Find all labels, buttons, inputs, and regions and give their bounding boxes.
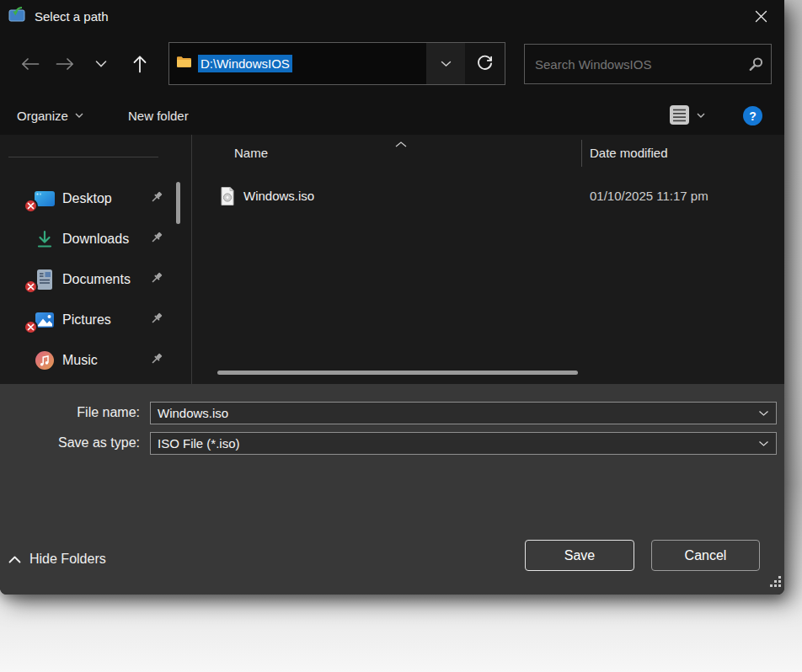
save-button[interactable]: Save [525,540,634,571]
navigation-bar: D:\WindowsIOS [0,32,784,96]
file-list: Name Date modified Windows.iso 01/10/202… [193,135,784,384]
sidebar-divider [8,157,158,157]
sync-error-badge [24,199,38,213]
help-icon: ? [749,109,757,123]
pin-icon[interactable] [150,312,163,328]
folder-icon [176,56,192,72]
sidebar-item-label: Desktop [62,191,112,206]
save-as-type-row: Save as type: ISO File (*.iso) [0,432,784,455]
chevron-down-icon [95,61,107,68]
hide-folders-label: Hide Folders [29,552,106,567]
search-icon [748,56,764,72]
pin-icon[interactable] [150,190,163,207]
back-nav-button[interactable] [20,57,40,72]
save-as-type-combo[interactable]: ISO File (*.iso) [150,432,777,455]
sidebar-item-label: Music [62,353,98,368]
column-header-name[interactable]: Name [234,146,268,160]
pin-icon[interactable] [150,352,163,369]
save-as-type-value[interactable]: ISO File (*.iso) [151,436,758,451]
sync-error-badge [24,280,38,294]
refresh-icon [475,54,495,73]
file-name-cell: Windows.iso [243,189,314,203]
file-name-combo[interactable]: Windows.iso [150,402,777,424]
desktop-icon [34,188,56,210]
chevron-down-icon[interactable] [758,410,776,417]
address-dropdown-button[interactable] [426,43,465,84]
search-input[interactable] [525,57,741,72]
command-bar: Organize New folder ? [0,96,784,135]
sync-error-badge [24,320,38,334]
sort-ascending-icon[interactable] [395,136,407,151]
sidebar-item-documents[interactable]: Documents [0,259,191,300]
sidebar-item-label: Pictures [62,312,111,328]
documents-icon [34,269,56,291]
chevron-down-icon [697,113,705,118]
navigation-sidebar: Desktop [0,135,192,384]
close-icon [755,10,767,23]
organize-label: Organize [17,109,68,123]
sidebar-item-label: Downloads [62,232,129,247]
sidebar-scrollbar[interactable] [176,182,180,224]
up-arrow-icon [132,56,147,73]
cancel-button[interactable]: Cancel [651,540,760,571]
sidebar-item-pictures[interactable]: Pictures [0,300,191,340]
pin-icon[interactable] [150,271,163,288]
recent-locations-button[interactable] [95,61,107,68]
chevron-down-icon[interactable] [758,440,776,447]
save-options-panel: File name: Windows.iso Save as type: ISO… [0,384,784,595]
column-separator[interactable] [581,140,582,167]
horizontal-scrollbar[interactable] [217,371,578,375]
organize-menu-button[interactable]: Organize [17,96,83,135]
column-header-date-modified[interactable]: Date modified [590,146,668,160]
change-view-button[interactable] [669,104,705,125]
file-name-value[interactable]: Windows.iso [151,406,758,420]
chevron-down-icon [75,113,83,118]
details-view-icon [669,104,690,125]
forward-icon [56,57,75,72]
title-bar: Select a path [0,0,784,32]
save-dialog: Select a path [0,0,784,595]
music-icon [34,349,56,371]
search-button[interactable] [741,56,771,72]
new-folder-button[interactable]: New folder [128,96,189,135]
pictures-icon [34,309,56,331]
file-row-windows-iso[interactable]: Windows.iso 01/10/2025 11:17 pm [193,180,784,212]
file-name-label: File name: [0,405,140,420]
address-bar: D:\WindowsIOS [168,42,505,85]
wizard-footer: Microsoft Support Legal Back Next [0,594,802,672]
sidebar-item-music[interactable]: Music [0,340,191,381]
resize-grip-icon [770,576,782,588]
address-edit-box[interactable]: D:\WindowsIOS [169,43,426,84]
error-x-icon [27,323,35,331]
new-folder-label: New folder [128,109,189,123]
sidebar-item-desktop[interactable]: Desktop [0,179,191,219]
iso-file-icon [219,186,236,210]
error-x-icon [27,283,35,291]
forward-nav-button[interactable] [56,57,75,72]
dialog-title: Select a path [35,9,109,24]
save-as-type-label: Save as type: [0,435,140,451]
refresh-button[interactable] [465,43,505,84]
sidebar-item-label: Documents [62,272,131,287]
media-creation-tool-icon [8,7,26,26]
search-box [524,44,772,84]
chevron-down-icon [441,61,452,67]
resize-grip[interactable] [770,576,782,591]
downloads-icon [34,228,56,250]
back-icon [20,57,40,72]
error-x-icon [27,202,35,210]
hide-folders-button[interactable]: Hide Folders [8,548,106,570]
address-path-selected-text[interactable]: D:\WindowsIOS [198,55,292,72]
up-one-level-button[interactable] [132,56,147,73]
dialog-body: Desktop [0,135,784,384]
file-name-row: File name: Windows.iso [0,402,784,424]
sidebar-item-downloads[interactable]: Downloads [0,219,191,259]
help-button[interactable]: ? [743,106,762,125]
pin-icon[interactable] [150,231,163,248]
file-date-cell: 01/10/2025 11:17 pm [590,189,708,203]
close-button[interactable] [751,7,771,25]
chevron-up-icon [8,556,21,563]
